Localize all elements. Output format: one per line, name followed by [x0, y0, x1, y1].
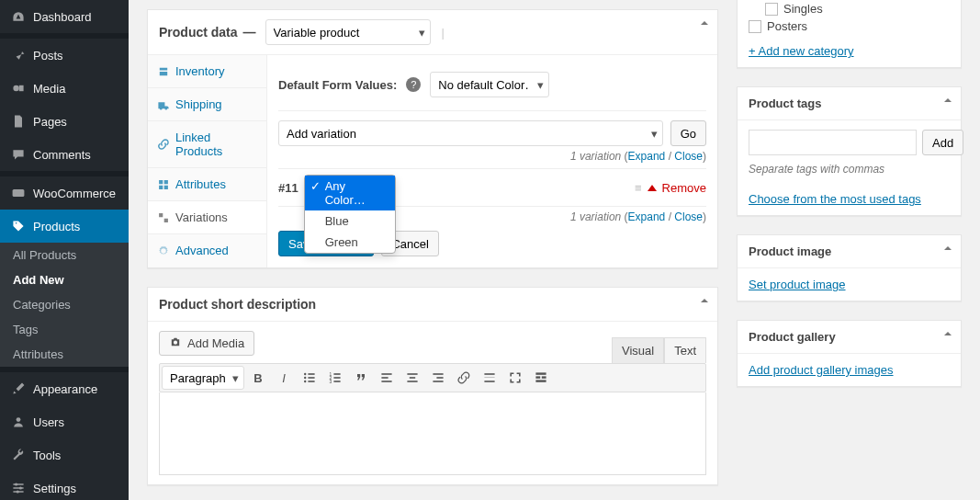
- toolbar-toggle-button[interactable]: [529, 366, 553, 390]
- menu-settings[interactable]: Settings: [0, 472, 129, 500]
- menu-label: Appearance: [33, 382, 97, 396]
- close-link[interactable]: Close: [674, 210, 703, 223]
- inventory-icon: [157, 65, 170, 78]
- variations-icon: [157, 211, 170, 224]
- svg-point-0: [13, 85, 18, 91]
- wrench-icon: [9, 446, 28, 464]
- gear-icon: [157, 244, 170, 257]
- link-icon: [157, 138, 170, 151]
- category-posters[interactable]: Posters: [749, 17, 950, 35]
- menu-label: WooCommerce: [33, 187, 116, 200]
- menu-woocommerce[interactable]: WooCommerce: [0, 176, 129, 210]
- text-tab[interactable]: Text: [664, 337, 706, 363]
- variation-color-select[interactable]: Any Color… Blue Green: [304, 175, 396, 200]
- menu-media[interactable]: Media: [0, 72, 129, 105]
- bold-button[interactable]: B: [246, 366, 270, 390]
- menu-appearance[interactable]: Appearance: [0, 372, 129, 405]
- svg-rect-18: [333, 381, 340, 382]
- menu-label: Dashboard: [33, 10, 92, 24]
- svg-rect-1: [13, 189, 25, 197]
- drag-handle-icon[interactable]: ≡: [635, 181, 642, 195]
- submenu-add-new[interactable]: Add New: [0, 267, 129, 292]
- submenu-tags[interactable]: Tags: [0, 317, 129, 342]
- category-singles[interactable]: Singles: [765, 0, 950, 17]
- tab-shipping[interactable]: Shipping: [148, 88, 266, 121]
- svg-rect-8: [308, 373, 314, 375]
- menu-products[interactable]: Products: [0, 210, 129, 243]
- menu-dashboard[interactable]: Dashboard: [0, 0, 129, 33]
- choose-tags-link[interactable]: Choose from the most used tags: [749, 192, 921, 206]
- add-variation-select[interactable]: Add variation: [278, 120, 663, 146]
- tab-advanced[interactable]: Advanced: [148, 234, 266, 267]
- toggle-panel[interactable]: [942, 328, 953, 342]
- menu-comments[interactable]: Comments: [0, 138, 129, 171]
- editor-mode-tabs: VisualText: [612, 337, 706, 363]
- menu-users[interactable]: Users: [0, 405, 129, 438]
- menu-pages[interactable]: Pages: [0, 105, 129, 138]
- submenu-all-products[interactable]: All Products: [0, 243, 129, 267]
- default-color-select[interactable]: No default Color…: [430, 72, 549, 97]
- product-type-select[interactable]: Variable product: [265, 19, 431, 45]
- toggle-panel[interactable]: [699, 295, 710, 309]
- panel-title: Product short description: [159, 297, 316, 312]
- readmore-button[interactable]: [478, 366, 501, 390]
- svg-rect-32: [535, 376, 540, 378]
- help-icon[interactable]: ?: [406, 77, 421, 92]
- link-button[interactable]: [452, 366, 476, 390]
- menu-tools[interactable]: Tools: [0, 438, 129, 472]
- add-tag-button[interactable]: Add: [922, 130, 963, 155]
- expand-variation-icon[interactable]: [648, 185, 657, 191]
- quote-button[interactable]: [349, 366, 373, 390]
- add-gallery-images-link[interactable]: Add product gallery images: [749, 363, 894, 377]
- visual-tab[interactable]: Visual: [612, 337, 664, 363]
- toggle-panel[interactable]: [942, 95, 953, 108]
- fullscreen-button[interactable]: [503, 366, 527, 390]
- bullet-list-button[interactable]: [298, 366, 321, 390]
- number-list-button[interactable]: 123: [323, 366, 347, 390]
- checkbox[interactable]: [765, 3, 778, 16]
- editor-canvas[interactable]: [159, 392, 706, 475]
- svg-rect-14: [333, 373, 340, 375]
- tags-input[interactable]: [749, 130, 917, 155]
- product-tag-icon: [9, 217, 28, 235]
- tab-attributes[interactable]: Attributes: [148, 168, 266, 201]
- svg-rect-25: [433, 373, 443, 375]
- submenu-categories[interactable]: Categories: [0, 292, 129, 317]
- add-media-button[interactable]: Add Media: [159, 331, 254, 356]
- align-right-button[interactable]: [426, 366, 450, 390]
- dropdown-option-any[interactable]: Any Color…: [305, 176, 395, 210]
- svg-rect-22: [407, 373, 417, 375]
- italic-button[interactable]: I: [272, 366, 296, 390]
- media-icon: [9, 79, 28, 97]
- svg-point-3: [15, 483, 17, 485]
- expand-link[interactable]: Expand: [628, 150, 666, 163]
- align-center-button[interactable]: [400, 366, 424, 390]
- remove-variation-link[interactable]: Remove: [662, 181, 706, 195]
- truck-icon: [157, 98, 170, 111]
- toggle-panel[interactable]: [942, 243, 953, 256]
- set-product-image-link[interactable]: Set product image: [749, 278, 846, 291]
- svg-rect-24: [407, 381, 417, 382]
- variation-count-top: 1 variation (Expand / Close): [278, 146, 706, 163]
- submenu-attributes[interactable]: Attributes: [0, 342, 129, 367]
- paragraph-select[interactable]: Paragraph: [162, 366, 244, 390]
- close-link[interactable]: Close: [674, 150, 703, 163]
- dropdown-option-blue[interactable]: Blue: [305, 210, 395, 232]
- add-category-link[interactable]: + Add new category: [749, 44, 854, 58]
- tab-variations[interactable]: Variations: [148, 201, 266, 234]
- dropdown-option-green[interactable]: Green: [305, 232, 395, 253]
- variation-id: #11: [278, 181, 299, 195]
- editor-toolbar: Paragraph ▾ B I 123: [159, 363, 706, 392]
- align-left-button[interactable]: [375, 366, 399, 390]
- menu-posts[interactable]: Posts: [0, 39, 129, 72]
- svg-rect-20: [381, 377, 388, 379]
- tab-inventory[interactable]: Inventory: [148, 55, 266, 88]
- svg-rect-34: [535, 380, 546, 381]
- tab-linked[interactable]: Linked Products: [148, 121, 266, 168]
- expand-link[interactable]: Expand: [628, 210, 666, 223]
- go-button[interactable]: Go: [670, 120, 706, 146]
- toggle-panel[interactable]: [699, 17, 710, 31]
- panel-title: Product image: [749, 244, 831, 258]
- checkbox[interactable]: [749, 20, 761, 33]
- variations-content: Default Form Values: ? No default Color……: [267, 55, 717, 267]
